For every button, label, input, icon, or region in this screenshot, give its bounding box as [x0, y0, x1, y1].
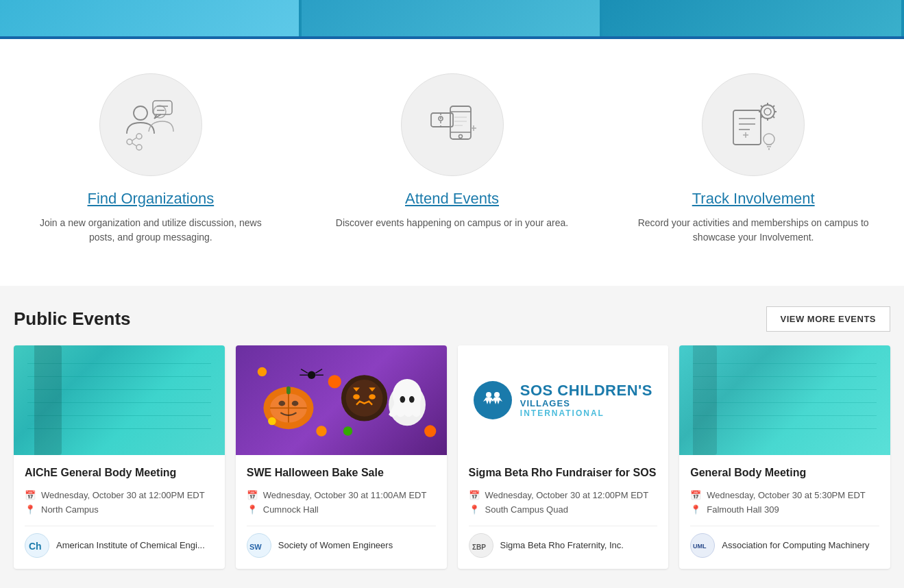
- svg-point-52: [353, 394, 360, 400]
- feature-card-track-involvement[interactable]: Track Involvement Record your activities…: [602, 53, 904, 258]
- sos-icon-row: SOS CHILDREN'S VILLAGES INTERNATIONAL: [474, 381, 652, 419]
- sos-people-icon: [479, 387, 506, 414]
- svg-point-58: [328, 375, 341, 388]
- svg-point-53: [369, 394, 376, 400]
- event-date-row-sigma: 📅 Wednesday, October 30 at 12:00PM EDT: [469, 490, 658, 500]
- svg-text:ΣΒΡ: ΣΒΡ: [472, 543, 486, 551]
- sos-logo: SOS CHILDREN'S VILLAGES INTERNATIONAL: [474, 381, 652, 419]
- event-meta-aiche: 📅 Wednesday, October 30 at 12:00PM EDT 📍…: [25, 490, 214, 515]
- svg-point-13: [459, 135, 462, 138]
- svg-point-59: [316, 426, 326, 436]
- features-section: Find Organizations Join a new organizati…: [0, 39, 904, 286]
- location-icon-swe: 📍: [247, 504, 258, 515]
- svg-point-62: [308, 371, 316, 380]
- event-location-row-sigma: 📍 South Campus Quad: [469, 504, 658, 515]
- event-body-swe: SWE Halloween Bake Sale 📅 Wednesday, Oct…: [236, 455, 447, 569]
- feature-card-attend-events[interactable]: Attend Events Discover events happening …: [302, 53, 603, 258]
- attend-events-icon-circle: [401, 73, 504, 176]
- event-body-sigma: Sigma Beta Rho Fundraiser for SOS 📅 Wedn…: [458, 455, 669, 569]
- sigma-logo-icon: ΣΒΡ: [470, 535, 492, 556]
- event-body-acm: General Body Meeting 📅 Wednesday, Octobe…: [679, 455, 890, 569]
- events-title: Public Events: [14, 308, 131, 330]
- svg-point-49: [345, 380, 382, 417]
- track-involvement-title[interactable]: Track Involvement: [692, 190, 815, 208]
- svg-point-61: [424, 425, 436, 437]
- svg-point-5: [127, 139, 132, 145]
- attend-events-title[interactable]: Attend Events: [405, 190, 499, 208]
- event-location-sigma: South Campus Quad: [485, 504, 568, 515]
- hero-banner: [0, 0, 904, 39]
- event-name-sigma: Sigma Beta Rho Fundraiser for SOS: [469, 466, 658, 480]
- svg-point-67: [343, 426, 352, 435]
- track-involvement-icon-circle: [702, 73, 805, 176]
- event-image-swe: [236, 345, 447, 455]
- event-name-swe: SWE Halloween Bake Sale: [247, 466, 436, 480]
- event-location-aiche: North Campus: [41, 504, 99, 515]
- svg-point-7: [136, 145, 142, 150]
- location-icon-sigma: 📍: [469, 504, 480, 515]
- svg-text:Ch: Ch: [29, 541, 42, 552]
- org-name-acm: Association for Computing Machinery: [722, 540, 869, 550]
- location-icon-acm: 📍: [690, 504, 701, 515]
- event-date-acm: Wednesday, October 30 at 5:30PM EDT: [707, 490, 865, 500]
- event-date-aiche: Wednesday, October 30 at 12:00PM EDT: [41, 490, 205, 500]
- sos-text-block: SOS CHILDREN'S VILLAGES INTERNATIONAL: [520, 383, 652, 418]
- calendar-icon-acm: 📅: [690, 490, 701, 500]
- org-avatar-acm: UML: [690, 533, 715, 558]
- event-meta-sigma: 📅 Wednesday, October 30 at 12:00PM EDT 📍…: [469, 490, 658, 515]
- svg-point-46: [291, 401, 298, 406]
- hero-bottom-bar: [0, 36, 904, 39]
- feature-card-find-orgs[interactable]: Find Organizations Join a new organizati…: [0, 53, 302, 258]
- event-location-acm: Falmouth Hall 309: [707, 504, 779, 515]
- events-grid: AIChE General Body Meeting 📅 Wednesday, …: [14, 345, 890, 569]
- calendar-icon-aiche: 📅: [25, 490, 36, 500]
- svg-point-70: [486, 392, 491, 397]
- org-avatar-sigma: ΣΒΡ: [469, 533, 493, 558]
- event-location-swe: Cumnock Hall: [263, 504, 319, 515]
- svg-point-45: [278, 401, 285, 406]
- svg-text:SW: SW: [249, 543, 262, 551]
- event-card-swe[interactable]: SWE Halloween Bake Sale 📅 Wednesday, Oct…: [236, 345, 447, 569]
- svg-point-56: [400, 396, 405, 403]
- find-orgs-title[interactable]: Find Organizations: [88, 190, 215, 208]
- event-name-acm: General Body Meeting: [690, 466, 879, 480]
- event-card-sigma[interactable]: SOS CHILDREN'S VILLAGES INTERNATIONAL Si…: [458, 345, 669, 569]
- event-date-swe: Wednesday, October 30 at 11:00AM EDT: [263, 490, 427, 500]
- attend-events-desc: Discover events happening on campus or i…: [336, 216, 568, 230]
- svg-point-34: [763, 134, 774, 145]
- svg-point-25: [764, 108, 771, 115]
- sos-international-text: INTERNATIONAL: [520, 408, 652, 418]
- sos-title-text: SOS CHILDREN'S: [520, 383, 652, 398]
- event-card-acm[interactable]: General Body Meeting 📅 Wednesday, Octobe…: [679, 345, 890, 569]
- find-orgs-icon-circle: [99, 73, 202, 176]
- event-image-acm: [679, 345, 890, 455]
- event-location-row-aiche: 📍 North Campus: [25, 504, 214, 515]
- calendar-icon-swe: 📅: [247, 490, 258, 500]
- svg-point-68: [268, 417, 276, 426]
- ticket-mobile-icon: [422, 94, 483, 156]
- sos-villages-text: VILLAGES: [520, 398, 652, 408]
- event-date-row-aiche: 📅 Wednesday, October 30 at 12:00PM EDT: [25, 490, 214, 500]
- events-header: Public Events VIEW MORE EVENTS: [14, 306, 890, 332]
- svg-point-6: [136, 134, 142, 139]
- svg-rect-20: [733, 110, 761, 145]
- view-more-events-button[interactable]: VIEW MORE EVENTS: [766, 306, 890, 332]
- event-card-aiche[interactable]: AIChE General Body Meeting 📅 Wednesday, …: [14, 345, 225, 569]
- event-location-row-acm: 📍 Falmouth Hall 309: [690, 504, 879, 515]
- org-name-swe: Society of Women Engineers: [278, 540, 393, 550]
- people-chat-icon: [120, 94, 182, 156]
- acm-logo-icon: UML: [692, 535, 713, 556]
- svg-line-8: [132, 138, 136, 140]
- event-org-sigma: ΣΒΡ Sigma Beta Rho Fraternity, Inc.: [469, 526, 658, 558]
- svg-line-30: [761, 106, 763, 108]
- hero-segment-3: [602, 0, 904, 39]
- svg-line-65: [315, 369, 322, 373]
- sos-circle-icon: [474, 381, 512, 419]
- svg-point-57: [409, 396, 415, 403]
- aiche-logo-icon: Ch: [26, 535, 48, 556]
- location-icon-aiche: 📍: [25, 504, 36, 515]
- calendar-icon-sigma: 📅: [469, 490, 480, 500]
- track-involvement-desc: Record your activities and memberships o…: [630, 216, 877, 245]
- svg-line-63: [301, 369, 308, 373]
- list-gear-icon: [722, 94, 784, 156]
